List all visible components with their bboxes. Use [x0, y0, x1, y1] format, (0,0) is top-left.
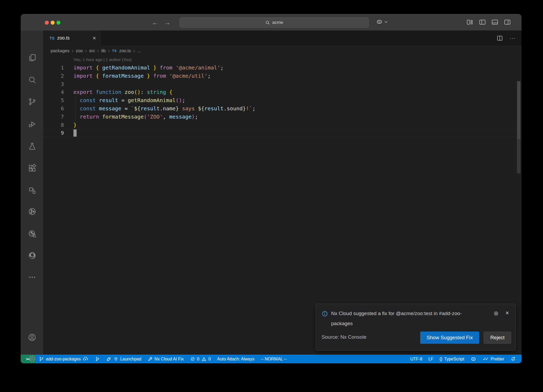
warnings-icon — [201, 356, 207, 362]
tab-bar: TS zoo.ts × ··· — [43, 31, 522, 46]
vim-mode-status[interactable]: -- NORMAL -- — [260, 357, 288, 361]
code-line[interactable]: 9 — [43, 129, 522, 137]
info-icon — [322, 311, 328, 317]
nx-cloud-icon[interactable] — [28, 229, 37, 238]
editor-more-actions-button[interactable]: ··· — [510, 35, 516, 41]
code-text — [64, 80, 73, 88]
line-number: 7 — [43, 113, 64, 121]
search-view-icon[interactable] — [28, 75, 37, 84]
line-number: 1 — [43, 64, 64, 72]
warnings-count: 0 — [208, 357, 211, 361]
split-editor-button[interactable] — [497, 35, 503, 41]
source-control-icon[interactable] — [28, 97, 37, 106]
language-label: TypeScript — [444, 357, 464, 361]
source-control-graph-status[interactable] — [94, 356, 101, 361]
code-text: } — [64, 121, 77, 129]
code-text: return formatMessage('ZOO', message); — [64, 113, 198, 121]
line-number: 4 — [43, 88, 64, 96]
git-branch-status[interactable]: add-zoo-packages — [38, 356, 89, 362]
problems-status[interactable]: 0 0 — [189, 356, 212, 362]
typescript-file-icon: TS — [50, 36, 55, 40]
back-button[interactable]: ← — [152, 19, 158, 27]
wrench-icon — [148, 356, 153, 361]
auto-attach-status[interactable]: Auto Attach: Always — [216, 357, 256, 361]
breadcrumb-item[interactable]: zoo — [76, 48, 83, 53]
maximize-window-button[interactable] — [56, 21, 60, 25]
nx-project-graph-icon[interactable] — [28, 207, 37, 216]
code-text — [64, 129, 73, 137]
line-number: 5 — [43, 96, 64, 104]
traffic-lights — [45, 21, 60, 25]
customize-layout-button[interactable] — [467, 20, 473, 25]
breadcrumb: packages › zoo › src › lib › TS zoo.ts ›… — [43, 46, 522, 56]
extensions-icon[interactable] — [28, 163, 37, 172]
breadcrumb-tail[interactable]: ... — [137, 48, 141, 53]
tab-zoo-ts[interactable]: TS zoo.ts × — [43, 31, 100, 46]
status-bar: >< add-zoo-packages — [21, 355, 522, 363]
prettier-label: Prettier — [491, 357, 504, 361]
notification-close-icon[interactable]: × — [505, 309, 509, 317]
code-lines: 1import { getRandomAnimal } from '@acme/… — [43, 64, 522, 137]
run-debug-icon[interactable] — [28, 119, 37, 128]
braces-icon: {} — [440, 357, 443, 361]
account-icon[interactable] — [28, 333, 37, 342]
double-check-icon: ✓✓ — [483, 356, 489, 362]
copilot-icon — [376, 18, 383, 25]
text-cursor — [73, 129, 77, 137]
chevron-right-icon: › — [108, 48, 110, 54]
copilot-status[interactable] — [469, 356, 478, 362]
code-line[interactable]: 4export function zoo(): string { — [43, 88, 522, 96]
language-status[interactable]: {} TypeScript — [439, 357, 465, 361]
code-text: const result = getRandomAnimal(); — [64, 96, 185, 104]
edge-devtools-icon[interactable] — [28, 251, 37, 260]
notification-settings-icon[interactable] — [493, 311, 499, 316]
code-line[interactable]: 1import { getRandomAnimal } from '@acme/… — [43, 64, 522, 72]
eol-status[interactable]: LF — [427, 357, 435, 361]
toggle-panel-button[interactable] — [492, 20, 498, 25]
errors-icon — [190, 356, 195, 361]
explorer-icon[interactable] — [28, 53, 37, 62]
breadcrumb-item[interactable]: lib — [101, 48, 106, 53]
close-window-button[interactable] — [45, 21, 49, 25]
reject-button[interactable]: Reject — [484, 332, 511, 344]
show-suggested-fix-button[interactable]: Show Suggested Fix — [420, 332, 479, 344]
code-line[interactable]: 7 return formatMessage('ZOO', message); — [43, 113, 522, 121]
breadcrumb-item[interactable]: packages — [51, 48, 69, 53]
code-line[interactable]: 5 const result = getRandomAnimal(); — [43, 96, 522, 104]
toggle-primary-sidebar-button[interactable] — [479, 20, 485, 25]
code-line[interactable]: 6 const message = `${result.name} says $… — [43, 104, 522, 113]
launchpad-status[interactable]: Launchpad — [105, 356, 142, 362]
settings-gear-icon[interactable] — [28, 354, 37, 363]
line-number: 2 — [43, 72, 64, 80]
forward-button[interactable]: → — [164, 19, 170, 27]
minimize-window-button[interactable] — [51, 21, 55, 25]
git-branch-icon — [39, 356, 44, 361]
breadcrumb-item-file[interactable]: zoo.ts — [119, 48, 131, 53]
nx-cloud-ai-fix-status[interactable]: Nx Cloud AI Fix — [147, 356, 185, 361]
chevron-down-icon — [384, 21, 388, 23]
copilot-menu[interactable] — [376, 18, 388, 25]
notification-source: Source: Nx Console — [322, 334, 366, 340]
breadcrumb-item[interactable]: src — [89, 48, 95, 53]
editor-scrollbar-track[interactable] — [517, 139, 520, 173]
encoding-status[interactable]: UTF-8 — [409, 357, 423, 361]
bell-icon — [510, 356, 516, 362]
typescript-file-icon: TS — [112, 49, 117, 53]
activity-bar — [21, 31, 43, 355]
code-text: import { formatMessage } from '@acme/uti… — [64, 72, 211, 80]
notifications-status[interactable] — [509, 356, 517, 362]
command-center-search[interactable]: acme — [179, 18, 369, 28]
prettier-status[interactable]: ✓✓ Prettier — [481, 356, 505, 362]
code-line[interactable]: 8} — [43, 121, 522, 129]
testing-icon[interactable] — [28, 142, 37, 151]
editor-scrollbar-thumb[interactable] — [517, 81, 520, 139]
line-number: 6 — [43, 104, 64, 113]
more-views-icon[interactable] — [28, 273, 37, 282]
code-line[interactable]: 2import { formatMessage } from '@acme/ut… — [43, 72, 522, 80]
notification-toast: Nx Cloud suggested a fix for @acme/zoo:t… — [316, 304, 516, 351]
code-line[interactable]: 3 — [43, 80, 522, 88]
toggle-secondary-sidebar-button[interactable] — [504, 20, 510, 25]
tab-close-icon[interactable]: × — [93, 35, 96, 41]
plug-icon — [113, 356, 119, 362]
nx-console-icon[interactable] — [28, 186, 37, 195]
